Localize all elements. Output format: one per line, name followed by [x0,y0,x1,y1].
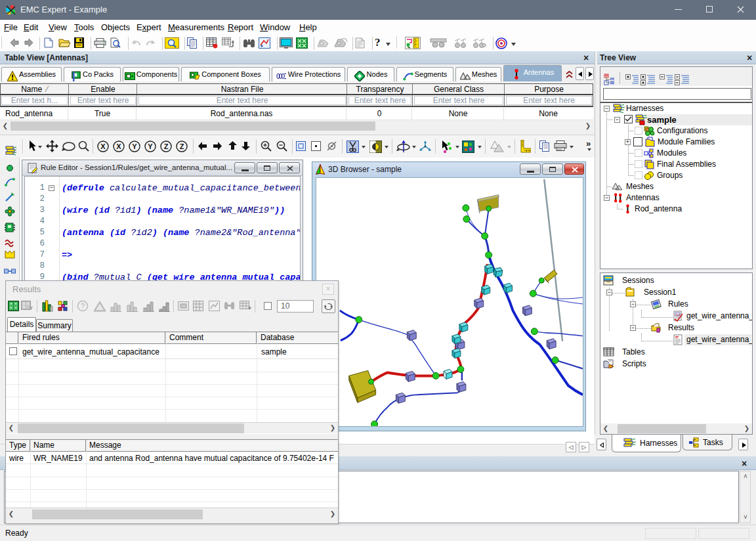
svg-text:X: X [116,142,121,150]
svg-text:X: X [100,142,106,150]
svg-text:?: ? [81,302,85,310]
svg-text:Y: Y [148,142,153,150]
svg-text:Z: Z [180,142,184,150]
svg-text:Z: Z [164,142,169,150]
svg-text:Y: Y [132,142,137,150]
svg-text:xyz: xyz [676,313,681,316]
